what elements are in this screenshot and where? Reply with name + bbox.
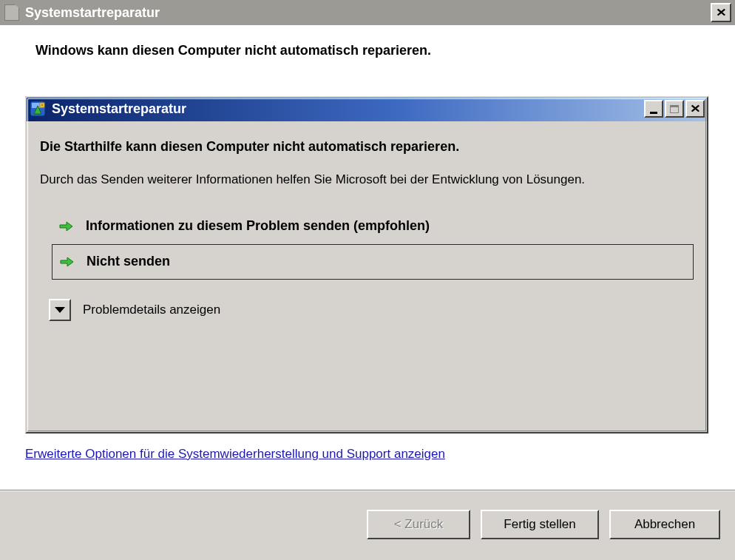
cancel-button-label: Abbrechen bbox=[634, 517, 695, 532]
inner-window-title: Systemstartreparatur bbox=[52, 101, 186, 117]
minimize-icon bbox=[650, 112, 657, 114]
repair-icon bbox=[30, 101, 46, 117]
outer-window: Systemstartreparatur ✕ Windows kann dies… bbox=[0, 0, 735, 560]
app-icon bbox=[4, 4, 19, 21]
wizard-buttons: < Zurück Fertig stellen Abbrechen bbox=[367, 510, 720, 539]
outer-titlebar: Systemstartreparatur ✕ bbox=[0, 0, 735, 25]
advanced-options-link[interactable]: Erweiterte Optionen für die Systemwieder… bbox=[25, 447, 445, 461]
back-button: < Zurück bbox=[367, 510, 470, 539]
inner-heading: Die Starthilfe kann diesen Computer nich… bbox=[40, 139, 694, 155]
close-icon: ✕ bbox=[690, 103, 701, 114]
option-list: Informationen zu diesem Problem senden (… bbox=[40, 209, 694, 280]
outer-window-title: Systemstartreparatur bbox=[25, 5, 160, 21]
inner-minimize-button[interactable] bbox=[644, 100, 663, 118]
advanced-options-link-row: Erweiterte Optionen für die Systemwieder… bbox=[25, 447, 445, 462]
outer-close-button[interactable]: ✕ bbox=[711, 3, 731, 22]
footer-separator bbox=[0, 490, 735, 491]
finish-button[interactable]: Fertig stellen bbox=[481, 510, 599, 539]
expand-button[interactable] bbox=[49, 299, 71, 321]
arrow-right-icon bbox=[58, 218, 74, 235]
option-label: Nicht senden bbox=[87, 254, 170, 269]
close-icon: ✕ bbox=[716, 7, 727, 18]
inner-content: Die Starthilfe kann diesen Computer nich… bbox=[25, 121, 708, 330]
wizard-body: Windows kann diesen Computer nicht autom… bbox=[0, 25, 735, 490]
problem-details-toggle[interactable]: Problemdetails anzeigen bbox=[40, 299, 694, 321]
inner-window-controls: ✕ bbox=[644, 100, 705, 118]
option-send-info[interactable]: Informationen zu diesem Problem senden (… bbox=[52, 209, 694, 244]
back-button-label: < Zurück bbox=[394, 517, 444, 532]
inner-description: Durch das Senden weiterer Informationen … bbox=[40, 171, 694, 189]
inner-close-button[interactable]: ✕ bbox=[685, 100, 705, 118]
inner-titlebar: Systemstartreparatur ✕ bbox=[25, 96, 708, 121]
svg-point-3 bbox=[41, 104, 44, 107]
arrow-right-icon bbox=[58, 254, 75, 270]
option-label: Informationen zu diesem Problem senden (… bbox=[86, 218, 430, 234]
wizard-heading: Windows kann diesen Computer nicht autom… bbox=[0, 25, 735, 72]
wizard-footer: < Zurück Fertig stellen Abbrechen bbox=[0, 490, 735, 560]
maximize-icon bbox=[670, 105, 679, 113]
inner-maximize-button bbox=[665, 100, 684, 118]
inner-window: Systemstartreparatur ✕ Die Starthilfe ka… bbox=[25, 96, 708, 434]
finish-button-label: Fertig stellen bbox=[504, 517, 575, 532]
problem-details-label: Problemdetails anzeigen bbox=[83, 303, 220, 317]
chevron-down-icon bbox=[55, 307, 65, 313]
cancel-button[interactable]: Abbrechen bbox=[609, 510, 720, 539]
option-dont-send[interactable]: Nicht senden bbox=[52, 244, 694, 280]
